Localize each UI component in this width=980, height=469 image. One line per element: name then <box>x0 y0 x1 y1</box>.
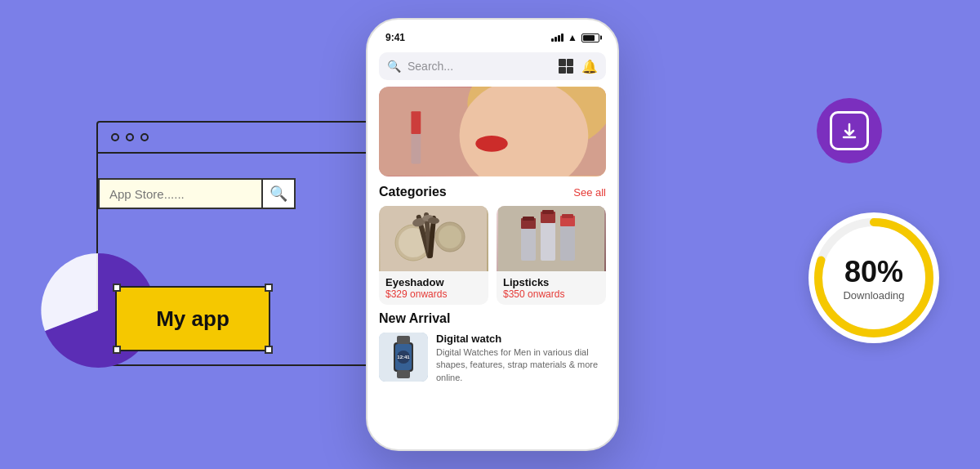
bell-icon[interactable]: 🔔 <box>581 59 598 74</box>
progress-container: 80% Downloading <box>808 212 939 343</box>
svg-rect-28 <box>562 214 573 218</box>
status-bar: 9:41 ▲ <box>368 20 617 49</box>
appstore-input[interactable] <box>98 178 261 209</box>
progress-percent: 80% <box>844 255 903 289</box>
signal-bar-4 <box>561 34 564 42</box>
svg-rect-20 <box>521 226 536 261</box>
handle-bl <box>113 346 121 354</box>
lipstick-image <box>497 206 606 271</box>
progress-circle: 80% Downloading <box>808 212 939 343</box>
appstore-search-button[interactable]: 🔍 <box>261 178 296 209</box>
phone-search-actions: 🔔 <box>559 59 598 74</box>
signal-bar-3 <box>558 35 560 42</box>
qr-icon[interactable] <box>559 59 573 74</box>
arrival-watch-name: Digital watch <box>436 333 606 345</box>
categories-section: Categories See all <box>368 176 617 305</box>
svg-rect-23 <box>541 221 555 261</box>
lipstick-svg <box>497 206 606 271</box>
status-time: 9:41 <box>385 32 405 43</box>
hero-svg <box>379 87 606 176</box>
category-card-lipsticks[interactable]: Lipsticks $350 onwards <box>497 206 606 305</box>
battery-icon <box>581 34 599 42</box>
lipstick-price: $350 onwards <box>503 288 599 300</box>
svg-rect-26 <box>560 224 575 261</box>
qr-cell-4 <box>567 67 574 74</box>
browser-dot-1 <box>111 133 119 141</box>
svg-rect-25 <box>542 210 554 214</box>
categories-grid: Eyeshadow $329 onwards <box>379 206 606 305</box>
svg-rect-6 <box>379 87 606 176</box>
eyeshadow-svg <box>379 206 488 271</box>
browser-top-bar <box>98 123 381 154</box>
signal-bar-1 <box>551 38 554 42</box>
download-button[interactable] <box>817 98 882 163</box>
status-right: ▲ <box>551 32 599 43</box>
svg-text:12:41: 12:41 <box>397 355 410 360</box>
svg-rect-33 <box>397 336 410 344</box>
svg-rect-22 <box>523 217 534 221</box>
handle-br <box>265 346 273 354</box>
lipstick-name: Lipsticks <box>503 276 599 288</box>
phone-search-icon: 🔍 <box>387 60 401 73</box>
signal-bars <box>551 34 564 42</box>
wifi-icon: ▲ <box>568 32 577 43</box>
arrival-watch-info: Digital watch Digital Watches for Men in… <box>436 333 606 384</box>
see-all-link[interactable]: See all <box>573 186 606 199</box>
eyeshadow-image <box>379 206 488 271</box>
appstore-search-container: 🔍 <box>98 178 296 209</box>
search-icon: 🔍 <box>270 185 287 203</box>
my-app-label: My app <box>156 306 229 332</box>
eyeshadow-price: $329 onwards <box>385 288 482 300</box>
qr-cell-1 <box>559 59 566 66</box>
svg-rect-34 <box>397 370 410 378</box>
arrival-watch-image: 12:41 <box>379 333 428 382</box>
download-icon-box <box>830 111 869 150</box>
new-arrival-section: New Arrival 12:41 Digit <box>368 305 617 384</box>
my-app-box[interactable]: My app <box>115 286 270 351</box>
new-arrival-title: New Arrival <box>379 311 450 326</box>
eyeshadow-info: Eyeshadow $329 onwards <box>379 271 488 305</box>
signal-bar-2 <box>555 37 557 42</box>
eyeshadow-name: Eyeshadow <box>385 276 482 288</box>
new-arrival-item: 12:41 Digital watch Digital Watches for … <box>379 333 606 384</box>
svg-point-11 <box>439 226 461 248</box>
categories-title: Categories <box>379 185 447 199</box>
progress-label: Downloading <box>843 289 904 302</box>
phone-search-bar[interactable]: 🔍 Search... 🔔 <box>379 52 606 80</box>
new-arrival-header: New Arrival <box>379 311 606 326</box>
phone: 9:41 ▲ 🔍 Search... 🔔 <box>366 18 619 451</box>
hero-image <box>379 87 606 176</box>
lipstick-info: Lipsticks $350 onwards <box>497 271 606 305</box>
handle-tr <box>265 284 273 292</box>
browser-dot-3 <box>140 133 149 141</box>
battery-fill <box>583 35 595 41</box>
qr-cell-2 <box>567 59 574 66</box>
watch-svg: 12:41 <box>379 333 428 382</box>
download-arrow-icon <box>840 121 859 141</box>
handle-tl <box>113 284 121 292</box>
categories-header: Categories See all <box>379 185 606 199</box>
browser-dot-2 <box>126 133 134 141</box>
arrival-watch-desc: Digital Watches for Men in various dial … <box>436 346 606 384</box>
qr-cell-3 <box>559 67 566 74</box>
phone-search-placeholder: Search... <box>408 60 453 73</box>
category-card-eyeshadow[interactable]: Eyeshadow $329 onwards <box>379 206 488 305</box>
